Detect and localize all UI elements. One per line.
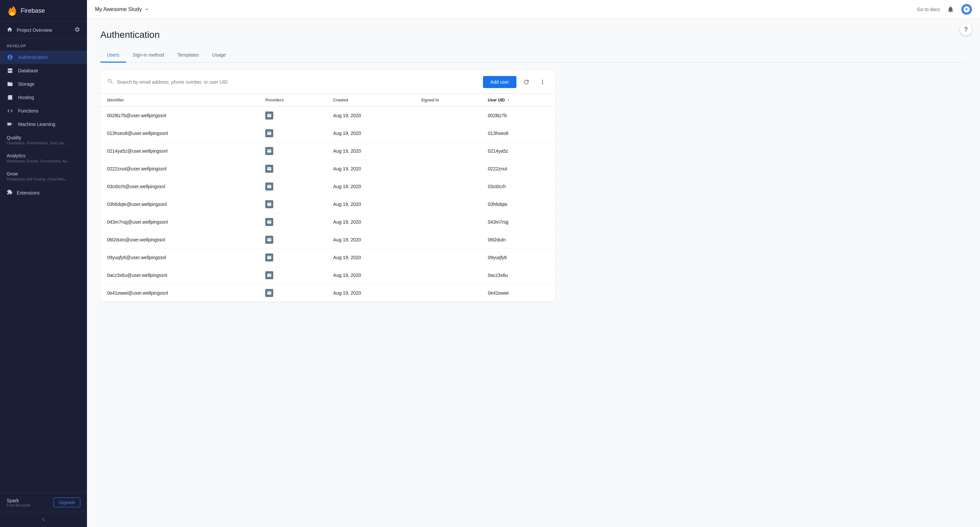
- cell-provider: [259, 125, 326, 142]
- grow-sub: Predictions, A/B Testing, Cloud Mes...: [7, 177, 80, 181]
- help-button[interactable]: ?: [960, 24, 972, 35]
- email-provider-icon: [265, 289, 273, 297]
- cell-identifier: 0222znut@user.wellpingssnl: [100, 160, 259, 178]
- sidebar-analytics[interactable]: Analytics Dashboard, Events, Conversions…: [0, 149, 87, 167]
- table-row[interactable]: 013hseo8@user.wellpingssnl Aug 19, 2020 …: [100, 125, 555, 142]
- cell-identifier: 0e41ewwi@user.wellpingssnl: [100, 284, 259, 302]
- quality-sub: Crashlytics, Performance, Test Lab, ...: [7, 141, 80, 145]
- sidebar-header: Firebase: [0, 0, 87, 22]
- cell-uid: 0214ya5z: [481, 142, 555, 160]
- upgrade-button[interactable]: Upgrade: [54, 498, 80, 507]
- firebase-logo[interactable]: Firebase: [7, 5, 45, 16]
- users-toolbar: Add user: [100, 71, 555, 94]
- email-provider-icon: [265, 200, 273, 208]
- tab-users[interactable]: Users: [100, 48, 126, 62]
- authentication-icon: [7, 54, 13, 61]
- cell-created: Aug 19, 2020: [326, 107, 414, 125]
- col-signed-in: Signed In: [414, 94, 481, 107]
- ml-icon: [7, 121, 13, 128]
- table-row[interactable]: 03ct0crh@user.wellpingssnl Aug 19, 2020 …: [100, 178, 555, 196]
- sidebar: Firebase Project Overview Develop Authen…: [0, 0, 87, 527]
- tab-usage[interactable]: Usage: [206, 48, 232, 62]
- sidebar-extensions[interactable]: Extensions: [0, 185, 87, 200]
- settings-icon[interactable]: [74, 26, 80, 34]
- search-icon: [107, 78, 114, 86]
- cell-provider: [259, 142, 326, 160]
- cell-created: Aug 19, 2020: [326, 249, 414, 267]
- col-user-uid[interactable]: User UID ↑: [481, 94, 555, 107]
- cell-created: Aug 19, 2020: [326, 125, 414, 142]
- sidebar-item-authentication[interactable]: Authentication: [0, 51, 87, 64]
- cell-uid: 0acz3x6u: [481, 267, 555, 284]
- sidebar-item-authentication-label: Authentication: [18, 54, 48, 60]
- cell-provider: [259, 213, 326, 231]
- cell-uid: 06l2dutn: [481, 231, 555, 249]
- cell-provider: [259, 267, 326, 284]
- toolbar-actions: Add user: [483, 76, 549, 88]
- cell-uid: 09yuqfy6: [481, 249, 555, 267]
- cell-created: Aug 19, 2020: [326, 160, 414, 178]
- cell-identifier: 002l6z7b@user.wellpingssnl: [100, 107, 259, 125]
- hosting-icon: [7, 94, 13, 101]
- cell-signed-in: [414, 178, 481, 196]
- table-row[interactable]: 03h6dqte@user.wellpingssnl Aug 19, 2020 …: [100, 196, 555, 213]
- table-row[interactable]: 0acz3x6u@user.wellpingssnl Aug 19, 2020 …: [100, 267, 555, 284]
- go-to-docs-link[interactable]: Go to docs: [917, 7, 940, 12]
- cell-signed-in: [414, 160, 481, 178]
- page-content: Authentication Users Sign-in method Temp…: [87, 19, 980, 527]
- extensions-icon: [7, 189, 13, 196]
- cell-uid: 043m7nqj: [481, 213, 555, 231]
- more-options-button[interactable]: [536, 76, 549, 88]
- cell-created: Aug 19, 2020: [326, 231, 414, 249]
- table-row[interactable]: 043m7nqj@user.wellpingssnl Aug 19, 2020 …: [100, 213, 555, 231]
- cell-created: Aug 19, 2020: [326, 213, 414, 231]
- sidebar-item-functions[interactable]: Functions: [0, 104, 87, 118]
- cell-identifier: 03h6dqte@user.wellpingssnl: [100, 196, 259, 213]
- cell-signed-in: [414, 196, 481, 213]
- table-row[interactable]: 002l6z7b@user.wellpingssnl Aug 19, 2020 …: [100, 107, 555, 125]
- email-provider-icon: [265, 112, 273, 120]
- email-provider-icon: [265, 182, 273, 190]
- cell-signed-in: [414, 231, 481, 249]
- cell-created: Aug 19, 2020: [326, 267, 414, 284]
- functions-icon: [7, 107, 13, 114]
- sidebar-item-ml-label: Machine Learning: [18, 121, 55, 127]
- table-row[interactable]: 0214ya5z@user.wellpingssnl Aug 19, 2020 …: [100, 142, 555, 160]
- search-box: [107, 78, 361, 86]
- quality-label: Quality: [7, 135, 80, 140]
- sidebar-item-hosting-label: Hosting: [18, 95, 34, 100]
- avatar[interactable]: [961, 4, 972, 15]
- table-row[interactable]: 0222znut@user.wellpingssnl Aug 19, 2020 …: [100, 160, 555, 178]
- tab-signin-method[interactable]: Sign-in method: [126, 48, 171, 62]
- table-row[interactable]: 09yuqfy6@user.wellpingssnl Aug 19, 2020 …: [100, 249, 555, 267]
- sidebar-item-storage[interactable]: Storage: [0, 77, 87, 91]
- page-title: Authentication: [100, 29, 967, 40]
- firebase-flame-icon: [7, 5, 18, 16]
- add-user-button[interactable]: Add user: [483, 76, 516, 88]
- sidebar-collapse-button[interactable]: [0, 512, 87, 527]
- sidebar-item-database[interactable]: Database: [0, 64, 87, 77]
- project-overview-item[interactable]: Project Overview: [0, 22, 87, 38]
- search-input[interactable]: [117, 79, 361, 85]
- spark-sub: Free $0/month: [7, 503, 31, 507]
- cell-provider: [259, 178, 326, 196]
- develop-section-label: Develop: [0, 38, 87, 51]
- sidebar-grow[interactable]: Grow Predictions, A/B Testing, Cloud Mes…: [0, 167, 87, 185]
- refresh-button[interactable]: [520, 76, 533, 88]
- sidebar-item-machine-learning[interactable]: Machine Learning: [0, 118, 87, 131]
- tab-templates[interactable]: Templates: [171, 48, 206, 62]
- table-row[interactable]: 0e41ewwi@user.wellpingssnl Aug 19, 2020 …: [100, 284, 555, 302]
- sidebar-item-hosting[interactable]: Hosting: [0, 91, 87, 104]
- table-row[interactable]: 06l2dutn@user.wellpingssnl Aug 19, 2020 …: [100, 231, 555, 249]
- cell-identifier: 0214ya5z@user.wellpingssnl: [100, 142, 259, 160]
- sidebar-quality[interactable]: Quality Crashlytics, Performance, Test L…: [0, 131, 87, 149]
- bell-icon[interactable]: [947, 5, 955, 13]
- users-panel: Add user Identifier Providers Created: [100, 71, 555, 302]
- home-icon: [7, 26, 13, 34]
- project-name[interactable]: My Awesome Study: [95, 6, 150, 13]
- col-identifier: Identifier: [100, 94, 259, 107]
- cell-signed-in: [414, 125, 481, 142]
- sort-asc-icon: ↑: [508, 98, 509, 102]
- cell-identifier: 03ct0crh@user.wellpingssnl: [100, 178, 259, 196]
- sidebar-item-functions-label: Functions: [18, 108, 38, 113]
